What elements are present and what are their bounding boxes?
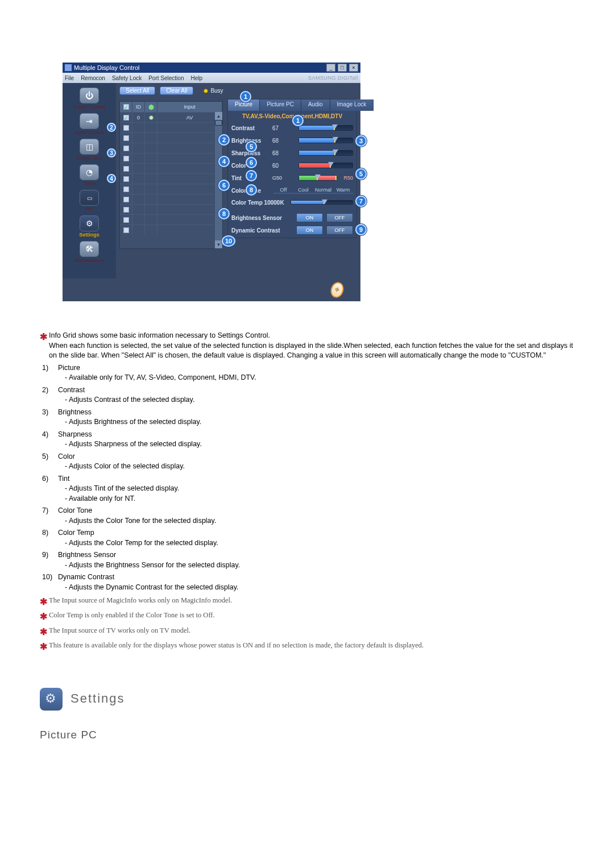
app-icon — [65, 64, 72, 71]
footnote-text: This feature is available only for the d… — [49, 641, 574, 653]
input-source-icon: ⇥ — [80, 113, 99, 129]
grid-row[interactable] — [120, 132, 222, 143]
scroll-up-icon[interactable]: ▲ — [215, 112, 222, 120]
list-item-sub: - Available only for TV, AV, S-Video, Co… — [58, 373, 574, 383]
grid-header-id[interactable]: ID — [132, 102, 145, 112]
gear-icon: ⚙ — [40, 688, 63, 711]
checkbox-icon[interactable] — [123, 197, 129, 202]
footnote: ✱Color Temp is only enabled if the Color… — [40, 610, 574, 623]
grid-header-check[interactable] — [120, 102, 132, 112]
checkbox-icon[interactable] — [123, 156, 129, 161]
brightness-sensor-on[interactable]: ON — [296, 213, 323, 222]
brightness-sensor-off[interactable]: OFF — [326, 213, 353, 222]
nav-input-source[interactable]: ⇥ Input Source 2 — [65, 113, 114, 135]
checkbox-icon[interactable] — [123, 146, 129, 151]
list-item-title: Sharpness — [58, 430, 574, 440]
checkbox-icon[interactable] — [123, 176, 129, 182]
list-item-number: 2) — [40, 385, 58, 405]
intro-text: Info Grid shows some basic information n… — [49, 331, 574, 361]
list-item-sub: - Adjusts the Color Temp for the selecte… — [58, 538, 574, 549]
list-item-number: 10) — [40, 572, 58, 592]
grid-row[interactable] — [120, 194, 222, 204]
busy-icon — [204, 89, 208, 93]
star-icon: ✱ — [40, 596, 49, 608]
callout-badge: 7 — [355, 196, 367, 207]
minimize-button[interactable]: _ — [326, 64, 335, 72]
list-item-body: Tint- Adjusts Tint of the selected displ… — [58, 474, 574, 504]
menu-safety-lock[interactable]: Safety Lock — [112, 75, 142, 81]
footnote: ✱The Input source of MagicInfo works onl… — [40, 596, 574, 608]
pip-icon: ▭ — [80, 190, 99, 206]
checkbox-icon[interactable] — [123, 186, 129, 192]
callout-badge: 2 — [218, 134, 230, 146]
list-item-body: Contrast- Adjusts Contrast of the select… — [58, 385, 574, 405]
callout-badge: 5 — [355, 168, 367, 180]
checkbox-icon[interactable] — [123, 135, 129, 141]
checkbox-icon[interactable] — [123, 227, 129, 233]
list-item-sub: - Adjusts Tint of the selected display. — [58, 484, 574, 494]
menu-file[interactable]: File — [65, 75, 74, 81]
grid-row[interactable] — [120, 204, 222, 214]
scroll-down-icon[interactable]: ▼ — [215, 240, 222, 248]
grid-row[interactable] — [120, 153, 222, 163]
footnote: ✱This feature is available only for the … — [40, 641, 574, 653]
select-all-button[interactable]: Select All — [119, 86, 155, 95]
checkbox-icon[interactable] — [123, 217, 129, 223]
checkbox-icon[interactable] — [123, 207, 129, 213]
menu-bar: File Remocon Safety Lock Port Selection … — [63, 73, 360, 83]
callout-badge: 6 — [218, 180, 230, 191]
dynamic-contrast-off[interactable]: OFF — [326, 226, 353, 235]
list-item-title: Brightness Sensor — [58, 550, 574, 560]
grid-header-power[interactable]: ⬤ — [145, 102, 157, 112]
list-item-title: Tint — [58, 474, 574, 484]
nav-settings[interactable]: ⚙ Settings — [65, 215, 114, 238]
callout-badge: 5 — [246, 141, 257, 152]
nav-image-size[interactable]: ◫ Image Size 3 — [65, 139, 114, 161]
clear-all-button[interactable]: Clear All — [160, 86, 193, 95]
nav-time[interactable]: ◔ Time 4 — [65, 164, 114, 186]
tab-image-lock[interactable]: Image Lock — [330, 99, 374, 111]
dynamic-contrast-on[interactable]: ON — [296, 226, 323, 235]
nav-maintenance[interactable]: 🛠 Maintenance — [65, 241, 114, 263]
list-item-body: Color Temp- Adjusts the Color Temp for t… — [58, 528, 574, 548]
slider-color-temp[interactable]: Color Temp 10000K — [231, 197, 353, 208]
list-item-number: 4) — [40, 430, 58, 450]
title-bar: Multiple Display Control _ □ × — [63, 63, 360, 73]
list-item-title: Color Temp — [58, 528, 574, 538]
dynamic-contrast-toggle: Dynamic Contrast ON OFF — [231, 224, 353, 236]
menu-port-selection[interactable]: Port Selection — [148, 75, 184, 81]
list-item-body: Picture- Available only for TV, AV, S-Vi… — [58, 363, 574, 383]
list-item-body: Color- Adjusts Color of the selected dis… — [58, 452, 574, 472]
list-item: 8)Color Temp- Adjusts the Color Temp for… — [40, 528, 574, 548]
checkbox-icon[interactable] — [123, 125, 129, 131]
grid-row[interactable]: 0 AV — [120, 112, 222, 122]
grid-row[interactable] — [120, 214, 222, 225]
callout-badge: 6 — [246, 157, 257, 168]
list-item: 9)Brightness Sensor- Adjusts the Brightn… — [40, 550, 574, 570]
grid-row[interactable] — [120, 163, 222, 173]
nav-pip[interactable]: ▭ PIP — [65, 190, 114, 212]
slider-contrast[interactable]: Contrast 67 — [231, 122, 353, 134]
list-item-body: Brightness- Adjusts Brightness of the se… — [58, 408, 574, 427]
list-item-title: Contrast — [58, 385, 574, 396]
nav-power-control[interactable]: ⏻ Power Control — [65, 88, 114, 110]
grid-row[interactable] — [120, 173, 222, 184]
mouse-icon: ⌖ — [329, 280, 346, 299]
callout-badge: 1 — [240, 91, 251, 102]
list-item-title: Color Tone — [58, 506, 574, 516]
grid-header-input[interactable]: Input — [157, 102, 222, 112]
menu-remocon[interactable]: Remocon — [81, 75, 105, 81]
list-item-number: 9) — [40, 550, 58, 570]
grid-row[interactable] — [120, 225, 222, 235]
menu-help[interactable]: Help — [190, 75, 202, 81]
checkbox-icon[interactable] — [123, 115, 129, 121]
tab-audio[interactable]: Audio — [301, 99, 330, 111]
grid-row[interactable] — [120, 122, 222, 132]
checkbox-icon[interactable] — [123, 166, 129, 172]
grid-row[interactable] — [120, 184, 222, 194]
grid-row[interactable] — [120, 143, 222, 153]
maximize-button[interactable]: □ — [338, 64, 347, 72]
tab-picture-pc[interactable]: Picture PC — [260, 99, 301, 111]
close-button[interactable]: × — [349, 64, 358, 72]
star-icon: ✱ — [40, 331, 49, 361]
